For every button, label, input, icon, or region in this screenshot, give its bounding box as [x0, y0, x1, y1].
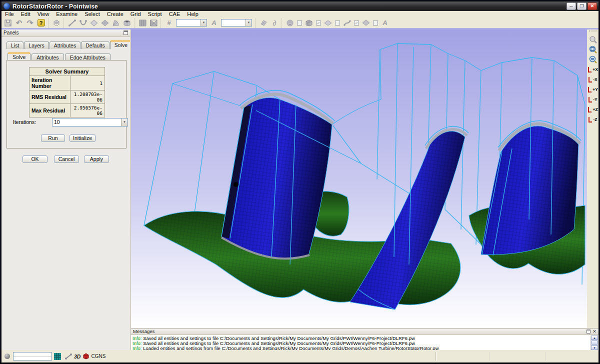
menu-cae[interactable]: CAE [166, 11, 184, 18]
scroll-up-icon[interactable]: ▲ [591, 336, 598, 340]
curve-tool-icon[interactable] [78, 18, 88, 28]
viewport-3d-scene[interactable] [131, 30, 587, 328]
mask-connector-icon[interactable] [342, 18, 352, 28]
window-title: RotorStatorRotor - Pointwise [12, 3, 98, 10]
chevron-down-icon[interactable]: ▼ [121, 118, 128, 126]
dimension-combobox[interactable]: ▼ [176, 19, 207, 26]
panels-header[interactable]: Panels [2, 30, 130, 37]
menu-view[interactable]: View [34, 11, 53, 18]
iterations-combobox[interactable]: 10 ▼ [52, 118, 128, 126]
mask-block-icon[interactable] [304, 18, 314, 28]
mask-block-checkbox[interactable]: ✓ [316, 20, 321, 26]
solve-subtab-bar: Solve Attributes Edge Attributes [8, 52, 112, 60]
panels-panel: Panels List Layers Attributes Defaults S… [2, 30, 130, 350]
float-messages-icon[interactable] [586, 330, 590, 334]
tab-list[interactable]: List [6, 42, 24, 49]
tab-attributes[interactable]: Attributes [50, 42, 80, 49]
mask-database-icon[interactable] [285, 18, 295, 28]
menu-examine[interactable]: Examine [52, 11, 81, 18]
view-plus-z-button[interactable]: +Z [588, 104, 598, 114]
tab-layers[interactable]: Layers [24, 42, 49, 49]
minimize-button[interactable]: ─ [566, 2, 576, 10]
menu-select[interactable]: Select [81, 11, 104, 18]
scroll-down-icon[interactable]: ▼ [591, 346, 598, 350]
mask-surface-icon[interactable] [361, 18, 371, 28]
panels-title: Panels [4, 30, 19, 36]
restore-button[interactable]: ❐ [577, 2, 586, 10]
save-icon[interactable] [3, 18, 13, 28]
mask-connector-checkbox[interactable]: ✓ [354, 20, 359, 26]
close-messages-icon[interactable]: ✕ [592, 329, 597, 334]
chevron-down-icon[interactable]: ▼ [246, 20, 252, 26]
status-bar: 3D CGNS [2, 350, 598, 362]
zoom-extents-icon[interactable] [588, 54, 598, 64]
close-button[interactable]: ✕ [588, 2, 597, 10]
mask-domain-checkbox[interactable] [335, 20, 340, 26]
status-indicator-icon [4, 354, 10, 359]
dimension-mode-label[interactable]: 3D [74, 354, 80, 360]
float-panel-icon[interactable] [124, 30, 128, 35]
scrollbar-thumb[interactable] [592, 340, 598, 344]
chevron-down-icon[interactable]: ▼ [200, 20, 206, 26]
toolbar-separator [48, 18, 50, 28]
block-brick-tool-icon[interactable] [122, 18, 132, 28]
menu-edit[interactable]: Edit [18, 11, 34, 18]
redo-icon[interactable]: ↷ [25, 18, 35, 28]
block-fan-tool-icon[interactable] [111, 18, 121, 28]
undo-icon[interactable]: ↶ [14, 18, 24, 28]
boundary-condition-icon[interactable]: ∂ [270, 18, 280, 28]
menu-grid[interactable]: Grid [127, 11, 144, 18]
help-icon[interactable]: ? [36, 18, 46, 28]
solve-content-frame: Solver Summary Iteration Number 1 RMS Re… [6, 60, 126, 148]
messages-panel: Messages ✕ Info: Saved all entities and … [131, 328, 598, 350]
menu-script[interactable]: Script [144, 11, 166, 18]
view-plus-y-button[interactable]: +Y [588, 84, 598, 94]
menu-file[interactable]: File [2, 11, 18, 18]
statusbar-divider [436, 352, 436, 360]
connector-tool-icon[interactable] [67, 18, 77, 28]
menu-help[interactable]: Help [184, 11, 202, 18]
toolbar-separator [282, 18, 283, 28]
coordinate-readout-field[interactable] [13, 352, 52, 360]
layer-assign-icon[interactable] [52, 18, 62, 28]
max-residual-label: Max Residual [30, 104, 70, 118]
menu-create[interactable]: Create [104, 11, 127, 18]
messages-header[interactable]: Messages ✕ [131, 328, 598, 335]
view-minus-y-button[interactable]: -Y [588, 94, 598, 104]
cancel-button[interactable]: Cancel [54, 156, 79, 163]
solve-surface-icon[interactable] [258, 18, 268, 28]
ok-button[interactable]: OK [22, 156, 48, 163]
mask-database-checkbox[interactable] [297, 20, 302, 26]
apply-button[interactable]: Apply [84, 156, 109, 163]
view-minus-x-button[interactable]: -X [588, 74, 598, 84]
tab-solve[interactable]: Solve [110, 40, 132, 49]
unstructured-grid-icon[interactable] [148, 18, 158, 28]
run-button[interactable]: Run [41, 134, 65, 142]
toolbar-drag-handle[interactable] [589, 30, 596, 34]
subtab-solve[interactable]: Solve [8, 52, 30, 60]
domain-tool-icon[interactable] [89, 18, 99, 28]
subtab-attributes[interactable]: Attributes [32, 54, 64, 60]
tab-defaults[interactable]: Defaults [81, 42, 110, 49]
main-toolbar: ↶ ↷ ? # ▼ [2, 18, 598, 28]
zoom-box-icon[interactable] [588, 44, 598, 54]
initialize-button[interactable]: Initialize [70, 134, 96, 142]
mask-domain-icon[interactable] [323, 18, 333, 28]
pointwise-logo-icon [4, 3, 10, 10]
link-tool-icon[interactable] [65, 354, 72, 360]
mask-spacing-checkbox[interactable] [373, 20, 378, 26]
grid-mode-icon[interactable] [54, 353, 61, 360]
title-bar[interactable]: RotorStatorRotor - Pointwise ─ ❐ ✕ [2, 2, 598, 11]
unstructured-domain-tool-icon[interactable] [100, 18, 110, 28]
structured-grid-icon[interactable] [138, 18, 148, 28]
zoom-icon[interactable] [588, 34, 598, 44]
max-residual-value: 2.956576e-06 [70, 104, 105, 118]
solver-summary-table: Solver Summary Iteration Number 1 RMS Re… [29, 67, 105, 118]
view-plus-x-button[interactable]: +X [588, 64, 598, 74]
subtab-edge-attributes[interactable]: Edge Attributes [65, 54, 110, 60]
messages-log[interactable]: Info: Saved all entities and settings to… [131, 336, 590, 350]
messages-scrollbar[interactable]: ▲ ▼ [591, 336, 598, 350]
toolbar-separator [64, 18, 65, 28]
view-minus-z-button[interactable]: -Z [588, 114, 598, 124]
spacing-combobox[interactable]: ▼ [221, 19, 252, 26]
